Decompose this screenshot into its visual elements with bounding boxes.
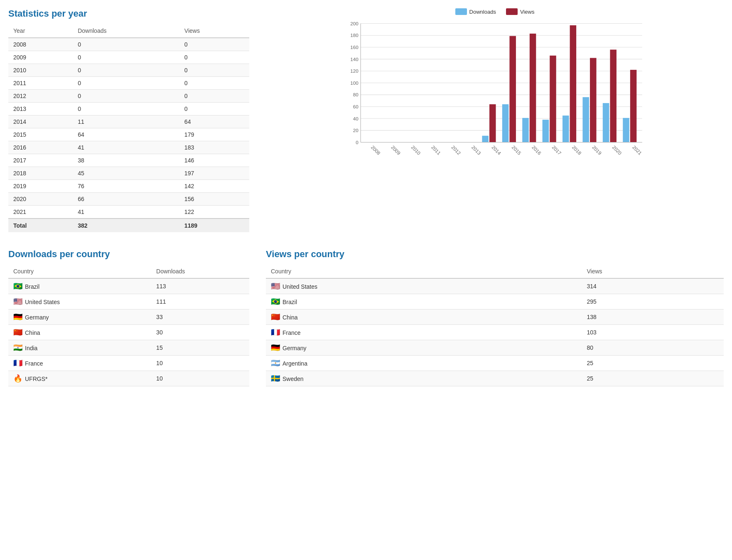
downloads-cell: 0 (73, 90, 179, 103)
svg-text:100: 100 (350, 80, 359, 86)
downloads-cell: 76 (73, 180, 179, 193)
table-row: 2019 76 142 (8, 180, 249, 193)
flag-icon: 🇫🇷 (271, 328, 280, 336)
downloads-cell: 111 (151, 294, 249, 309)
svg-rect-44 (590, 58, 596, 142)
svg-text:2019: 2019 (591, 144, 602, 155)
country-cell: 🇨🇳China (266, 309, 582, 325)
downloads-legend-label: Downloads (469, 9, 496, 15)
year-cell: 2019 (8, 180, 73, 193)
views-cell: 25 (582, 371, 724, 386)
list-item: 🇫🇷France 10 (8, 356, 249, 371)
downloads-cell: 0 (73, 103, 179, 115)
flag-icon: 🇫🇷 (13, 359, 22, 367)
year-cell: 2016 (8, 141, 73, 154)
downloads-legend-box (455, 8, 467, 15)
downloads-cell: 30 (151, 325, 249, 340)
downloads-cell: 0 (73, 51, 179, 64)
country-cell: 🇧🇷Brazil (8, 278, 151, 294)
svg-text:2015: 2015 (511, 144, 522, 155)
year-cell: 2008 (8, 38, 73, 51)
year-cell: 2011 (8, 77, 73, 90)
downloads-cell: 45 (73, 167, 179, 180)
flag-icon: 🇩🇪 (13, 313, 22, 321)
views-cell: 25 (582, 356, 724, 371)
year-cell: 2020 (8, 193, 73, 206)
downloads-cell: 41 (73, 206, 179, 219)
table-row: 2018 45 197 (8, 167, 249, 180)
list-item: 🇩🇪Germany 80 (266, 340, 724, 356)
chart-legend: Downloads Views (266, 8, 724, 15)
year-cell: 2018 (8, 167, 73, 180)
downloads-cell: 10 (151, 356, 249, 371)
flag-icon: 🔥 (13, 374, 22, 383)
downloads-cell: 11 (73, 115, 179, 128)
table-row: 2015 64 179 (8, 128, 249, 141)
flag-icon: 🇧🇷 (271, 297, 280, 306)
flag-icon: 🇺🇸 (271, 282, 280, 290)
year-cell: 2010 (8, 64, 73, 77)
flag-icon: 🇺🇸 (13, 297, 22, 306)
bar-chart-svg: 0204060801001201401601802002008200920102… (266, 19, 724, 169)
country-cell: 🇩🇪Germany (266, 340, 582, 356)
table-row: 2009 0 0 (8, 51, 249, 64)
svg-text:2014: 2014 (491, 144, 502, 156)
views-cell: 0 (179, 64, 249, 77)
downloads-cell: 0 (73, 38, 179, 51)
country-cell: 🇫🇷France (266, 325, 582, 340)
svg-rect-50 (630, 70, 636, 142)
svg-rect-37 (543, 120, 549, 142)
svg-rect-29 (489, 104, 496, 142)
svg-text:2016: 2016 (531, 144, 542, 155)
table-row: 2011 0 0 (8, 77, 249, 90)
svg-rect-41 (570, 25, 576, 142)
views-cell: 0 (179, 103, 249, 115)
downloads-cell: 0 (73, 64, 179, 77)
downloads-cell: 113 (151, 278, 249, 294)
year-cell: 2017 (8, 154, 73, 167)
table-row: 2021 41 122 (8, 206, 249, 219)
svg-rect-47 (610, 49, 616, 142)
svg-text:140: 140 (350, 56, 359, 62)
total-views: 1189 (179, 219, 249, 232)
list-item: 🇧🇷Brazil 295 (266, 294, 724, 309)
flag-icon: 🇩🇪 (271, 344, 280, 352)
views-cell: 0 (179, 51, 249, 64)
country-cell: 🇨🇳China (8, 325, 151, 340)
views-per-country-table: Country Views 🇺🇸United States 314 🇧🇷Braz… (266, 265, 724, 386)
stats-per-year-table: Year Downloads Views 2008 0 0 2009 0 0 2… (8, 24, 249, 232)
list-item: 🇺🇸United States 111 (8, 294, 249, 309)
svg-text:2011: 2011 (430, 144, 442, 155)
views-cell: 138 (582, 309, 724, 325)
svg-text:2009: 2009 (390, 144, 401, 155)
col-views: Views (179, 24, 249, 38)
flag-icon: 🇦🇷 (271, 359, 280, 367)
views-cell: 146 (179, 154, 249, 167)
views-cell: 314 (582, 278, 724, 294)
svg-rect-38 (550, 56, 556, 142)
total-downloads: 382 (73, 219, 179, 232)
legend-downloads: Downloads (455, 8, 496, 15)
svg-text:180: 180 (350, 32, 359, 38)
col-year: Year (8, 24, 73, 38)
country-cell: 🇩🇪Germany (8, 309, 151, 325)
country-cell: 🇺🇸United States (8, 294, 151, 309)
downloads-cell: 15 (151, 340, 249, 356)
list-item: 🇦🇷Argentina 25 (266, 356, 724, 371)
svg-text:2008: 2008 (370, 144, 381, 155)
table-row: 2008 0 0 (8, 38, 249, 51)
svg-rect-46 (603, 103, 609, 142)
list-item: 🇸🇪Sweden 25 (266, 371, 724, 386)
svg-rect-40 (563, 115, 569, 142)
country-cell: 🔥UFRGS* (8, 371, 151, 386)
chart-container: 0204060801001201401601802002008200920102… (266, 19, 724, 185)
list-item: 🇧🇷Brazil 113 (8, 278, 249, 294)
dpc-col-country: Country (8, 265, 151, 278)
country-cell: 🇧🇷Brazil (266, 294, 582, 309)
dpc-col-downloads: Downloads (151, 265, 249, 278)
svg-rect-28 (482, 136, 488, 142)
downloads-cell: 64 (73, 128, 179, 141)
downloads-cell: 33 (151, 309, 249, 325)
year-cell: 2009 (8, 51, 73, 64)
table-row: 2017 38 146 (8, 154, 249, 167)
